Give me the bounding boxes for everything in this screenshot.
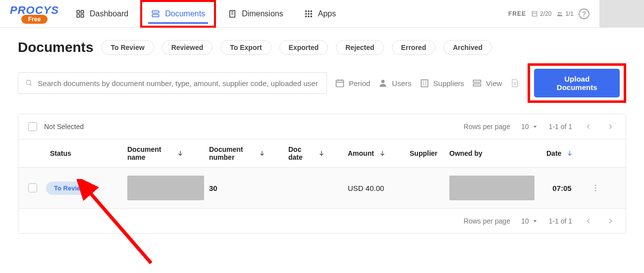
calendar-icon [335,78,345,88]
chevron-right-icon [607,218,614,225]
docname-placeholder [127,176,204,200]
sort-down-icon [259,150,266,157]
documents-table: Not Selected Rows per page 10 1-1 of 1 S… [18,114,626,234]
nav-dashboard-label: Dashboard [90,9,128,18]
table-header-row: Status Document name Document number Doc… [18,139,626,168]
table-row[interactable]: To Review 30 USD 40.00 07:05 [18,168,626,209]
page-icon [510,78,520,88]
brand-logo[interactable]: PROCYS Free [10,4,59,24]
svg-point-45 [595,184,596,186]
col-amount[interactable]: Amount [348,149,410,157]
plan-indicator: FREE 2/20 1/1 ? [508,8,590,19]
plan-docs: 2/20 [531,10,551,17]
prev-page-bottom[interactable] [583,216,594,227]
top-nav: PROCYS Free Dashboard Documents Dimensio… [0,0,644,28]
col-status[interactable]: Status [28,149,127,157]
period-button[interactable]: Period [335,78,370,88]
profile-placeholder[interactable] [599,0,644,28]
cell-docnum: 30 [209,184,288,192]
svg-point-28 [381,80,385,83]
extra-button[interactable] [510,78,520,88]
rpp-select-top[interactable]: 10 [521,123,538,131]
view-icon [472,78,482,88]
svg-point-47 [595,190,596,191]
rpp-label-top: Rows per page [464,123,510,131]
brand-free-badge: Free [21,15,48,24]
col-supplier[interactable]: Supplier [410,149,449,157]
row-actions[interactable] [586,183,605,192]
filter-reviewed[interactable]: Reviewed [162,40,213,55]
col-docnum[interactable]: Document number [209,145,288,161]
col-owned[interactable]: Owned by [449,149,538,157]
nav-documents[interactable]: Documents [140,0,216,28]
col-docname[interactable]: Document name [127,145,209,161]
col-date[interactable]: Date [538,149,586,157]
chevron-down-icon [532,124,538,130]
rpp-label-bottom: Rows per page [464,217,510,225]
svg-rect-24 [336,80,344,87]
view-label: View [486,79,502,88]
col-docdate[interactable]: Doc date [288,145,348,161]
select-all-checkbox[interactable] [28,122,37,131]
suppliers-button[interactable]: Suppliers [420,78,465,88]
nav-dimensions[interactable]: Dimensions [219,0,292,28]
nav-dimensions-label: Dimensions [242,9,283,18]
filter-archived[interactable]: Archived [443,40,492,55]
svg-line-23 [30,84,32,86]
next-page-top[interactable] [605,121,616,132]
rpp-value-top: 10 [521,123,529,131]
filter-to-export[interactable]: To Export [220,40,271,55]
svg-rect-12 [305,13,307,14]
plan-docs-value: 2/20 [540,10,551,17]
cell-date: 07:05 [538,184,586,192]
search-input[interactable] [38,79,320,88]
svg-rect-36 [474,80,481,82]
table-top-bar: Not Selected Rows per page 10 1-1 of 1 [18,114,626,139]
sort-down-active-icon [566,150,573,157]
sort-down-icon [318,150,325,157]
apps-icon [304,9,313,18]
nav-tabs: Dashboard Documents Dimensions Apps [67,0,345,28]
search-box[interactable] [18,72,327,94]
upload-documents-button[interactable]: Upload Documents [534,69,620,97]
suppliers-label: Suppliers [433,79,465,88]
dashboard-icon [76,9,85,18]
view-button[interactable]: View [472,78,502,88]
dimensions-icon [228,9,237,18]
upload-highlight: Upload Documents [528,63,626,103]
next-page-bottom[interactable] [605,216,616,227]
filter-rejected[interactable]: Rejected [336,40,383,55]
rpp-select-bottom[interactable]: 10 [521,217,538,225]
help-icon[interactable]: ? [579,8,590,19]
svg-rect-29 [421,80,428,87]
sort-down-icon [379,150,386,157]
svg-rect-10 [308,10,309,12]
filter-exported[interactable]: Exported [279,40,328,55]
nav-apps-label: Apps [318,9,336,18]
filter-errored[interactable]: Errored [392,40,436,55]
nav-dashboard[interactable]: Dashboard [67,0,137,28]
nav-apps[interactable]: Apps [295,0,345,28]
svg-rect-9 [305,10,307,12]
svg-rect-5 [152,14,159,17]
svg-rect-18 [532,11,537,16]
nav-documents-label: Documents [165,9,205,18]
users-button[interactable]: Users [378,78,411,88]
filter-to-review[interactable]: To Review [101,40,154,55]
users-icon [556,10,563,17]
row-checkbox[interactable] [28,183,37,192]
docs-icon [531,10,538,17]
svg-point-21 [560,12,562,13]
prev-page-top[interactable] [583,121,594,132]
range-top: 1-1 of 1 [549,123,572,131]
chevron-left-icon [585,123,592,130]
svg-point-22 [26,80,31,85]
period-label: Period [349,79,370,88]
search-icon [25,79,33,87]
toolbar: Period Users Suppliers View Upload Docum… [18,63,626,103]
svg-rect-16 [308,15,309,17]
page-title: Documents [18,40,93,55]
svg-rect-2 [77,14,79,17]
page-header: Documents To Review Reviewed To Export E… [18,40,626,55]
users-label: Users [392,79,411,88]
